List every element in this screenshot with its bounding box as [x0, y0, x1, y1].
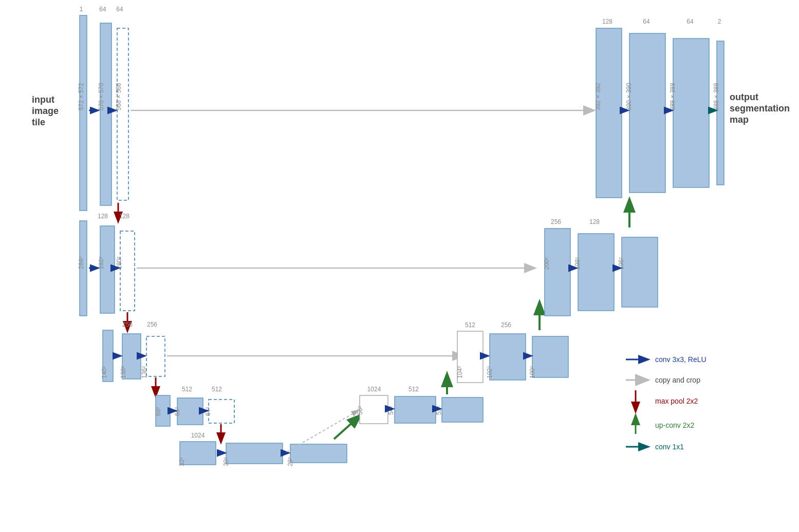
- lbl-64-1: 64: [99, 6, 106, 13]
- dim-68: 68²: [155, 407, 162, 416]
- fmap-dec1-4: [717, 41, 724, 185]
- dim-138: 138²: [120, 366, 127, 378]
- dim-104: 104²: [456, 366, 463, 378]
- fmap-bot-2: [226, 443, 283, 464]
- dim-568: 568 × 568: [115, 83, 122, 110]
- fmap-bot-3: [290, 444, 347, 463]
- lbl-512-1: 512: [182, 386, 192, 393]
- output-label-2: segmentation: [730, 103, 790, 113]
- lbl-128-dec2: 128: [589, 218, 600, 225]
- lbl-64-2: 64: [116, 6, 123, 13]
- fmap-4-3: [209, 400, 234, 423]
- legend-conv-1x1: conv 1x1: [655, 443, 684, 451]
- lbl-256-2: 256: [147, 321, 157, 328]
- input-label-3: tile: [32, 117, 45, 127]
- fmap-dec3-2: [532, 336, 568, 377]
- fmap-dec4-2: [442, 397, 483, 422]
- fmap-1-1: [80, 15, 87, 211]
- lbl-512-dec4: 512: [408, 386, 419, 393]
- dim-140: 140²: [101, 366, 108, 378]
- fmap-dec4-1: [395, 396, 436, 423]
- lbl-256-1: 256: [122, 321, 133, 328]
- fmap-dec2-3: [622, 237, 658, 307]
- dim-52: 52²: [435, 406, 442, 415]
- fmap-dec3-1: [490, 334, 526, 380]
- dim-136: 136²: [141, 366, 148, 378]
- dim-570: 570 × 570: [98, 83, 105, 110]
- lbl-256-dec3: 256: [501, 321, 511, 329]
- lbl-128-2: 128: [119, 213, 129, 220]
- fmap-dec2-2: [578, 234, 614, 311]
- fmap-dec1-1: [596, 28, 622, 198]
- dim-282: 282²: [98, 257, 105, 269]
- dim-102: 102²: [486, 366, 493, 378]
- fmap-dec1-2: [629, 33, 665, 193]
- dim-388-1: 388 × 388: [669, 83, 676, 110]
- dim-572: 572 × 572: [78, 83, 85, 110]
- lbl-512-dec3: 512: [465, 321, 475, 329]
- dim-32: 32²: [178, 458, 185, 466]
- dim-100: 100²: [529, 366, 536, 378]
- lbl-128-dec1: 128: [602, 18, 612, 25]
- legend-copy-crop: copy and crop: [655, 376, 700, 384]
- fmap-3-3: [146, 336, 165, 376]
- lbl-64-dec1-1: 64: [643, 18, 650, 25]
- fmap-dec4-white: [360, 395, 388, 424]
- fmap-1-3: [117, 28, 128, 200]
- dim-200: 200²: [543, 257, 550, 270]
- legend-conv-relu: conv 3x3, ReLU: [655, 355, 707, 364]
- dim-54: 54²: [387, 406, 395, 415]
- fmap-4-2: [177, 398, 203, 425]
- lbl-2-dec1: 2: [718, 18, 721, 25]
- fmap-dec1-3: [673, 39, 709, 187]
- dim-56: 56²: [357, 406, 364, 415]
- output-label: output: [730, 92, 758, 102]
- lbl-1024-bot: 1024: [191, 432, 205, 439]
- dim-66: 66²: [174, 407, 181, 416]
- legend-max-pool: max pool 2x2: [655, 397, 698, 405]
- dim-392: 392 × 392: [594, 83, 602, 110]
- dim-280: 280²: [116, 257, 123, 269]
- svg-line-26: [334, 416, 360, 439]
- output-label-3: map: [730, 115, 749, 125]
- dim-388-2: 388 × 388: [713, 83, 720, 110]
- legend-up-conv: up-conv 2x2: [655, 421, 694, 429]
- unet-diagram: 1 64 64 572 × 572 570 × 570 568 × 568 12…: [0, 0, 799, 532]
- fmap-1-2: [100, 23, 112, 205]
- dim-390: 390 × 390: [625, 83, 633, 110]
- dim-64: 64²: [205, 407, 212, 416]
- fmap-2-2: [100, 226, 115, 313]
- lbl-1024-dec4: 1024: [367, 386, 381, 393]
- lbl-64-dec1-2: 64: [686, 18, 694, 25]
- dim-28: 28²: [287, 458, 294, 466]
- input-label-2: image: [32, 106, 59, 116]
- lbl-512-2: 512: [212, 386, 222, 393]
- lbl-1: 1: [80, 6, 83, 13]
- lbl-128-1: 128: [98, 213, 108, 220]
- fmap-dec2-1: [545, 229, 570, 316]
- fmap-2-3: [120, 231, 135, 311]
- dim-284: 284²: [78, 257, 85, 269]
- dim-30: 30²: [222, 458, 230, 466]
- lbl-256-dec2: 256: [551, 218, 561, 225]
- input-label: input: [32, 94, 54, 105]
